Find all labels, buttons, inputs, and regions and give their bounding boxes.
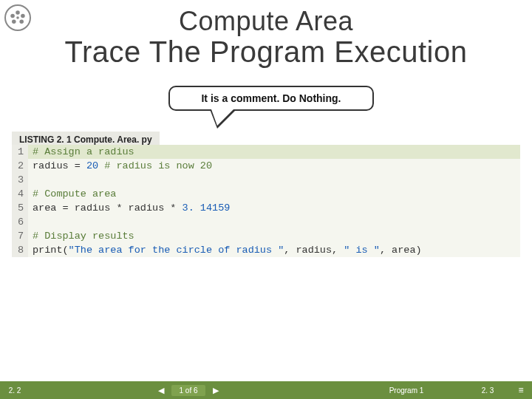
code-line-1: 1 # Assign a radius	[12, 145, 520, 159]
next-icon[interactable]: ▶	[213, 386, 219, 395]
code-string: "The area for the circle of radius "	[69, 245, 284, 256]
code-text: radius =	[33, 160, 86, 171]
code-text: print(	[33, 245, 69, 256]
line-number: 1	[12, 145, 28, 159]
code-string: " is "	[344, 245, 380, 256]
title-line-1: Compute Area	[0, 6, 532, 37]
code-text: area = radius * radius *	[33, 202, 183, 214]
code-line-2: 2 radius = 20 # radius is now 20	[12, 159, 520, 173]
line-number: 2	[12, 159, 28, 173]
code-number: 3. 14159	[183, 202, 231, 214]
code-line-5: 5 area = radius * radius * 3. 14159	[12, 201, 520, 215]
callout-bubble: It is a comment. Do Nothing.	[168, 86, 374, 111]
code-line-7: 7 # Display results	[12, 229, 520, 243]
code-line-3: 3	[12, 173, 520, 187]
code-text: , radius,	[284, 245, 344, 256]
line-number: 4	[12, 187, 28, 201]
prev-icon[interactable]: ◀	[158, 386, 164, 395]
code-comment: # Display results	[33, 231, 134, 242]
line-number: 8	[12, 243, 28, 257]
code-text: , area)	[380, 245, 422, 256]
footer-bar: 2. 2 ◀ 1 of 6 ▶ Program 1 2. 3 ≡	[0, 381, 532, 399]
code-block: 1 # Assign a radius 2 radius = 20 # radi…	[12, 145, 520, 257]
code-line-6: 6	[12, 215, 520, 229]
code-comment: # radius is now 20	[104, 160, 212, 171]
code-line-4: 4 # Compute area	[12, 187, 520, 201]
code-line-8: 8 print("The area for the circle of radi…	[12, 243, 520, 257]
callout-text: It is a comment. Do Nothing.	[201, 92, 341, 104]
code-number: 20	[86, 160, 98, 171]
line-number: 6	[12, 215, 28, 229]
menu-icon[interactable]: ≡	[510, 385, 532, 395]
step-counter: 1 of 6	[171, 385, 205, 396]
code-comment: # Assign a radius	[33, 146, 134, 157]
line-number: 3	[12, 173, 28, 187]
line-number: 5	[12, 201, 28, 215]
line-number: 7	[12, 229, 28, 243]
program-label: Program 1	[347, 386, 466, 395]
code-comment: # Compute area	[33, 188, 116, 200]
footer-right-number: 2. 3	[466, 386, 510, 395]
footer-nav: ◀ 1 of 6 ▶	[30, 385, 347, 396]
footer-left-number: 2. 2	[0, 386, 30, 395]
title-line-2: Trace The Program Execution	[0, 35, 532, 69]
slide: Compute Area Trace The Program Execution…	[0, 0, 532, 399]
